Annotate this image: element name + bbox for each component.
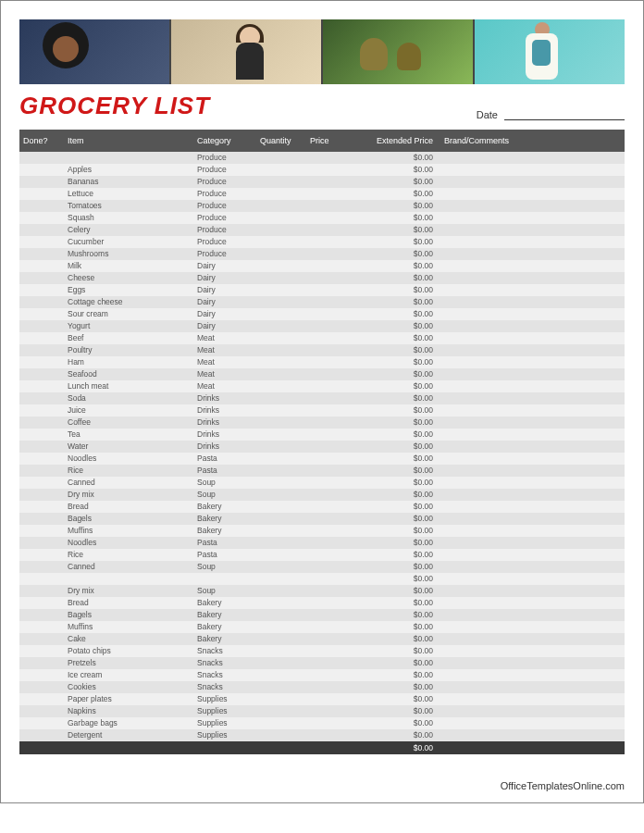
cell-quantity[interactable] <box>256 609 306 621</box>
cell-category[interactable]: Soup <box>193 489 256 501</box>
cell-brand[interactable] <box>440 729 625 741</box>
cell-quantity[interactable] <box>256 669 306 681</box>
cell-item[interactable]: Muffins <box>64 525 193 537</box>
cell-quantity[interactable] <box>256 597 306 609</box>
cell-category[interactable]: Drinks <box>193 392 256 404</box>
cell-quantity[interactable] <box>256 344 306 356</box>
cell-quantity[interactable] <box>256 429 306 441</box>
cell-quantity[interactable] <box>256 645 306 657</box>
cell-brand[interactable] <box>440 368 625 380</box>
cell-price[interactable] <box>306 368 353 380</box>
cell-price[interactable] <box>306 224 353 236</box>
cell-item[interactable]: Cookies <box>64 681 193 693</box>
cell-item[interactable]: Mushrooms <box>64 248 193 260</box>
cell-price[interactable] <box>306 501 353 513</box>
cell-item[interactable]: Yogurt <box>64 320 193 332</box>
cell-brand[interactable] <box>440 236 625 248</box>
cell-done[interactable] <box>19 429 64 441</box>
cell-done[interactable] <box>19 296 64 308</box>
cell-quantity[interactable] <box>256 633 306 645</box>
cell-item[interactable]: Noodles <box>64 453 193 465</box>
cell-category[interactable]: Pasta <box>193 465 256 477</box>
cell-done[interactable] <box>19 525 64 537</box>
cell-price[interactable] <box>306 416 353 429</box>
cell-brand[interactable] <box>440 176 625 188</box>
cell-item[interactable]: Lettuce <box>64 188 193 200</box>
cell-brand[interactable] <box>440 693 625 705</box>
cell-done[interactable] <box>19 717 64 729</box>
cell-category[interactable]: Dairy <box>193 320 256 332</box>
cell-done[interactable] <box>19 356 64 368</box>
cell-done[interactable] <box>19 284 64 296</box>
cell-price[interactable] <box>306 693 353 705</box>
cell-category[interactable]: Dairy <box>193 284 256 296</box>
cell-brand[interactable] <box>440 296 625 308</box>
cell-done[interactable] <box>19 537 64 549</box>
cell-category[interactable]: Drinks <box>193 404 256 416</box>
cell-done[interactable] <box>19 669 64 681</box>
cell-category[interactable]: Snacks <box>193 657 256 669</box>
cell-item[interactable]: Rice <box>64 465 193 477</box>
cell-item[interactable]: Sour cream <box>64 308 193 320</box>
cell-item[interactable]: Water <box>64 441 193 453</box>
cell-item[interactable]: Coffee <box>64 416 193 429</box>
cell-brand[interactable] <box>440 248 625 260</box>
cell-done[interactable] <box>19 609 64 621</box>
cell-item[interactable]: Canned <box>64 561 193 573</box>
cell-done[interactable] <box>19 597 64 609</box>
cell-brand[interactable] <box>440 224 625 236</box>
cell-item[interactable]: Apples <box>64 164 193 176</box>
cell-item[interactable]: Noodles <box>64 537 193 549</box>
cell-quantity[interactable] <box>256 260 306 272</box>
cell-price[interactable] <box>306 356 353 368</box>
cell-done[interactable] <box>19 260 64 272</box>
cell-price[interactable] <box>306 380 353 392</box>
cell-quantity[interactable] <box>256 561 306 573</box>
cell-price[interactable] <box>306 657 353 669</box>
cell-price[interactable] <box>306 152 353 164</box>
cell-quantity[interactable] <box>256 453 306 465</box>
cell-price[interactable] <box>306 729 353 741</box>
cell-price[interactable] <box>306 284 353 296</box>
cell-brand[interactable] <box>440 525 625 537</box>
cell-item[interactable]: Ice cream <box>64 669 193 681</box>
cell-price[interactable] <box>306 308 353 320</box>
cell-category[interactable]: Bakery <box>193 513 256 525</box>
cell-quantity[interactable] <box>256 392 306 404</box>
cell-item[interactable]: Bagels <box>64 513 193 525</box>
cell-price[interactable] <box>306 296 353 308</box>
cell-category[interactable]: Soup <box>193 477 256 489</box>
cell-price[interactable] <box>306 633 353 645</box>
cell-quantity[interactable] <box>256 332 306 344</box>
cell-done[interactable] <box>19 657 64 669</box>
cell-brand[interactable] <box>440 332 625 344</box>
cell-done[interactable] <box>19 188 64 200</box>
cell-item[interactable]: Lunch meat <box>64 380 193 392</box>
cell-category[interactable]: Dairy <box>193 272 256 284</box>
cell-category[interactable]: Supplies <box>193 717 256 729</box>
cell-price[interactable] <box>306 392 353 404</box>
cell-item[interactable]: Cheese <box>64 272 193 284</box>
cell-done[interactable] <box>19 585 64 597</box>
cell-price[interactable] <box>306 320 353 332</box>
cell-category[interactable]: Bakery <box>193 609 256 621</box>
cell-quantity[interactable] <box>256 188 306 200</box>
cell-quantity[interactable] <box>256 501 306 513</box>
cell-category[interactable]: Bakery <box>193 633 256 645</box>
cell-brand[interactable] <box>440 489 625 501</box>
cell-brand[interactable] <box>440 429 625 441</box>
cell-quantity[interactable] <box>256 212 306 224</box>
cell-done[interactable] <box>19 164 64 176</box>
cell-quantity[interactable] <box>256 308 306 320</box>
cell-item[interactable]: Dry mix <box>64 489 193 501</box>
cell-category[interactable]: Snacks <box>193 645 256 657</box>
cell-category[interactable]: Produce <box>193 200 256 212</box>
cell-done[interactable] <box>19 236 64 248</box>
cell-done[interactable] <box>19 308 64 320</box>
cell-category[interactable]: Meat <box>193 380 256 392</box>
cell-category[interactable]: Snacks <box>193 669 256 681</box>
cell-price[interactable] <box>306 164 353 176</box>
cell-category[interactable]: Drinks <box>193 416 256 429</box>
cell-price[interactable] <box>306 537 353 549</box>
cell-done[interactable] <box>19 212 64 224</box>
